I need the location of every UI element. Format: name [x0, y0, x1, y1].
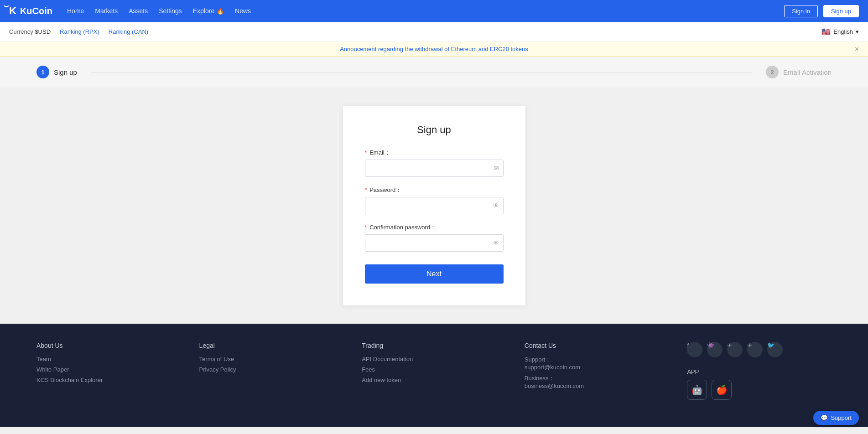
step-divider [91, 72, 752, 72]
app-buttons: 🤖 🍎 [687, 380, 832, 400]
main-nav: Home Markets Assets Settings Explore 🔥 N… [67, 7, 251, 15]
social-icons: f 👾 ✈ ✈ 🐦 [687, 342, 832, 361]
footer-columns: About Us Team White Paper KCS Blockchain… [36, 342, 832, 400]
step-1-circle: 1 [36, 66, 49, 78]
footer-fees-link[interactable]: Fees [362, 366, 506, 373]
logo-icon: ꙼K [9, 5, 16, 17]
support-button[interactable]: 💬 Support [813, 411, 859, 425]
email-group: * Email： ✉ [365, 149, 504, 177]
telegram-icon[interactable]: ✈ [727, 342, 743, 357]
business-email-link[interactable]: business@kucoin.com [525, 382, 669, 389]
footer-privacy-link[interactable]: Privacy Policy [199, 366, 344, 373]
footer-contact: Contact Us Support： support@kucoin.com B… [525, 342, 669, 400]
main-content: Sign up * Email： ✉ * Password： 👁 * [0, 88, 868, 324]
confirm-toggle-icon[interactable]: 👁 [493, 239, 499, 247]
confirm-label: * Confirmation password： [365, 223, 504, 232]
password-label: * Password： [365, 186, 504, 194]
steps-bar: 1 Sign up 2 Email Activation [0, 57, 868, 88]
confirm-password-group: * Confirmation password： 👁 [365, 223, 504, 252]
footer: About Us Team White Paper KCS Blockchain… [0, 324, 868, 427]
sub-left: Currency $USD Ranking (RPX) Ranking (CAN… [9, 28, 148, 35]
footer-addtoken-link[interactable]: Add new token [362, 377, 506, 383]
sub-header: Currency $USD Ranking (RPX) Ranking (CAN… [0, 22, 868, 42]
footer-legal: Legal Terms of Use Privacy Policy [199, 342, 344, 400]
ranking-rpx-link[interactable]: Ranking (RPX) [60, 28, 99, 35]
support-icon: 💬 [821, 414, 828, 421]
password-group: * Password： 👁 [365, 186, 504, 214]
email-input[interactable] [365, 160, 504, 177]
announcement-bar: Annoucement regarding the withdrawal of … [0, 42, 868, 57]
nav-explore[interactable]: Explore 🔥 [193, 7, 224, 15]
ranking-can-link[interactable]: Ranking (CAN) [109, 28, 148, 35]
facebook-icon[interactable]: f [687, 342, 702, 357]
footer-trading: Trading API Documentation Fees Add new t… [362, 342, 506, 400]
footer-kcs-link[interactable]: KCS Blockchain Explorer [36, 377, 181, 383]
fire-icon: 🔥 [216, 7, 224, 15]
nav-settings[interactable]: Settings [159, 7, 182, 15]
next-button[interactable]: Next [365, 264, 504, 284]
chevron-down-icon: ▾ [856, 28, 859, 35]
announcement-link[interactable]: Annoucement regarding the withdrawal of … [340, 46, 528, 52]
legal-title: Legal [199, 342, 344, 349]
footer-whitepaper-link[interactable]: White Paper [36, 366, 181, 373]
language-label: English [833, 28, 853, 35]
support-email-link[interactable]: support@kucoin.com [525, 364, 669, 371]
step-2-circle: 2 [766, 66, 779, 78]
email-input-wrapper: ✉ [365, 160, 504, 177]
step-2-label: Email Activation [783, 68, 832, 76]
footer-team-link[interactable]: Team [36, 356, 181, 362]
contact-title: Contact Us [525, 342, 669, 349]
app-label: APP [687, 368, 832, 375]
nav-markets[interactable]: Markets [95, 7, 118, 15]
email-icon: ✉ [494, 165, 499, 172]
footer-social: f 👾 ✈ ✈ 🐦 APP 🤖 🍎 [687, 342, 832, 400]
logo-text: KuCoin [20, 6, 52, 16]
header-right: Sign in Sign up [784, 5, 859, 17]
contact-business: Business： business@kucoin.com [525, 374, 669, 389]
header: ꙼K KuCoin Home Markets Assets Settings E… [0, 0, 868, 22]
email-label: * Email： [365, 149, 504, 157]
step-1-label: Sign up [54, 68, 77, 76]
reddit-icon[interactable]: 👾 [707, 342, 722, 357]
footer-about: About Us Team White Paper KCS Blockchain… [36, 342, 181, 400]
logo[interactable]: ꙼K KuCoin [9, 5, 52, 17]
password-required: * [365, 186, 367, 193]
password-input-wrapper: 👁 [365, 197, 504, 214]
nav-news[interactable]: News [235, 7, 251, 15]
about-title: About Us [36, 342, 181, 349]
email-required: * [365, 149, 367, 156]
signup-button[interactable]: Sign up [823, 5, 859, 17]
contact-support: Support： support@kucoin.com [525, 356, 669, 371]
nav-assets[interactable]: Assets [129, 7, 148, 15]
currency-label: Currency $USD [9, 28, 51, 35]
announcement-close-button[interactable]: × [855, 45, 859, 53]
form-title: Sign up [365, 124, 504, 136]
nav-home[interactable]: Home [67, 7, 84, 15]
signin-button[interactable]: Sign in [784, 5, 818, 17]
footer-api-link[interactable]: API Documentation [362, 356, 506, 362]
footer-terms-link[interactable]: Terms of Use [199, 356, 344, 362]
twitter-icon[interactable]: 🐦 [767, 342, 783, 357]
step-2: 2 Email Activation [766, 66, 832, 78]
password-toggle-icon[interactable]: 👁 [493, 202, 499, 209]
password-input[interactable] [365, 197, 504, 214]
apple-button[interactable]: 🍎 [712, 380, 732, 400]
telegram2-icon[interactable]: ✈ [747, 342, 763, 357]
trading-title: Trading [362, 342, 506, 349]
android-button[interactable]: 🤖 [687, 380, 707, 400]
confirm-input-wrapper: 👁 [365, 234, 504, 252]
flag-icon: 🇺🇸 [821, 27, 831, 36]
header-left: ꙼K KuCoin Home Markets Assets Settings E… [9, 5, 251, 17]
confirm-required: * [365, 224, 367, 231]
support-label: Support [831, 414, 852, 421]
language-selector[interactable]: 🇺🇸 English ▾ [821, 27, 859, 36]
signup-card: Sign up * Email： ✉ * Password： 👁 * [343, 106, 525, 305]
step-1: 1 Sign up [36, 66, 77, 78]
confirm-password-input[interactable] [365, 234, 504, 252]
